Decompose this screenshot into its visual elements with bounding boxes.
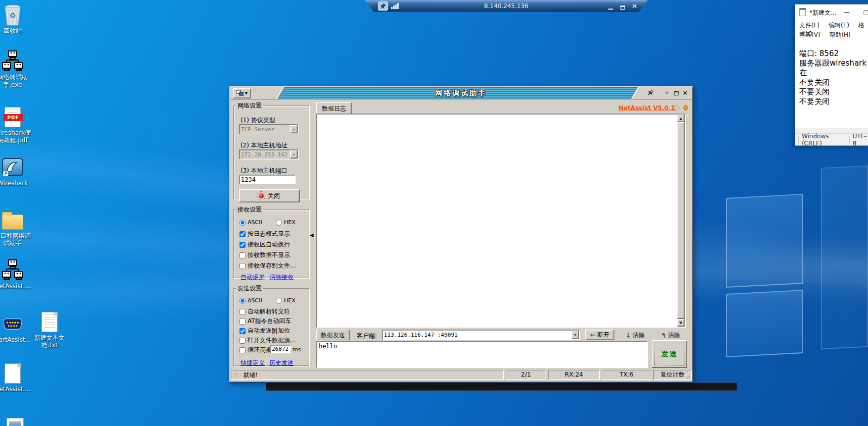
status-counter: 2/1	[506, 370, 546, 380]
scroll-thumb[interactable]	[677, 122, 685, 319]
data-log-area[interactable]: ▲ ▼	[316, 114, 686, 328]
notepad-status-bar: Windows (CRLF) UTF-8	[795, 133, 868, 145]
status-rx: RX:24	[548, 370, 600, 380]
version-link[interactable]: NetAssist V5.0.1	[618, 104, 675, 112]
shield-icon[interactable]	[673, 104, 681, 112]
send-option-at-cr[interactable]: AT指令自动回车	[239, 317, 292, 326]
wallpaper-window-pane	[726, 290, 803, 357]
rdp-minimize-button[interactable]	[605, 2, 615, 10]
rdp-close-button[interactable]: ×	[630, 2, 640, 10]
host-select[interactable]: 172.28.253.162 ▼	[239, 149, 299, 159]
down-arrow-icon: ↓	[625, 332, 631, 339]
status-ready: ☞ 就绪!	[231, 370, 504, 380]
maximize-button[interactable]	[672, 89, 680, 97]
pin-icon[interactable]	[647, 89, 655, 97]
chevron-down-icon[interactable]: ▼	[290, 150, 298, 158]
group-title: 网络设置	[236, 101, 263, 110]
icon-label: 回收站	[0, 27, 33, 35]
chevron-down-icon[interactable]: ▼	[290, 125, 298, 133]
image-file-icon	[4, 417, 26, 426]
send-hex-radio[interactable]: HEX	[276, 297, 296, 304]
status-bar: ☞ 就绪! 2/1 RX:24 TX:6 复位计数	[231, 370, 691, 380]
window-title: 网络调试助手	[230, 89, 692, 98]
recv-option-log-mode[interactable]: 按日志模式显示	[239, 230, 290, 238]
notepad-maximize-button[interactable]: ▢	[859, 7, 868, 18]
disconnect-button[interactable]: ← 断开	[585, 330, 614, 340]
desktop-icon-serial-folder[interactable]: 串口和网络调 试助手	[2, 209, 24, 231]
desktop-icon-netassist-shortcut[interactable]: NetAssist....	[2, 259, 24, 282]
auto-scroll-link[interactable]: 自动滚屏	[240, 273, 265, 282]
title-bar[interactable]: 网络调试助手 ▼ – ×	[230, 87, 692, 100]
wallpaper-window-pane	[726, 194, 803, 288]
wallpaper-window-pane	[821, 166, 868, 350]
notepad-minimize-button[interactable]: —	[840, 7, 854, 18]
desktop-icon-uartassist[interactable]: UartAssist...	[2, 313, 24, 335]
resize-grip[interactable]	[684, 372, 690, 379]
rdp-connection-bar[interactable]: 8.140.245.136 ×	[365, 0, 648, 12]
menu-file[interactable]: 文件(F)	[799, 22, 819, 29]
clear-receive-link[interactable]: 清除接收	[269, 273, 294, 282]
minimize-button[interactable]: –	[663, 89, 671, 97]
bell-icon[interactable]	[682, 104, 690, 112]
status-tx: TX:6	[602, 370, 651, 380]
icon-label: Wireshark	[0, 180, 33, 187]
port-input[interactable]	[239, 175, 296, 184]
panel-collapse-arrow[interactable]: ◀	[310, 230, 316, 241]
icon-label: 新建文本文 档.txt	[29, 334, 70, 349]
scroll-up-icon[interactable]: ▲	[677, 115, 685, 122]
menu-help[interactable]: 帮助(H)	[829, 31, 850, 38]
clear-send-button[interactable]: ↓ 清除	[625, 331, 645, 340]
receive-settings-group: 接收设置 ASCII HEX 按日志模式显示 接收区自动换行 接收数据不显示	[233, 205, 309, 278]
send-option-append[interactable]: 自动发送附加位	[239, 327, 290, 335]
icon-label: NetAssist....	[0, 283, 33, 290]
serial-connector-icon	[2, 313, 24, 335]
left-arrow-icon: ←	[590, 331, 596, 339]
shortcut-define-link[interactable]: 快捷定义	[240, 359, 265, 367]
desktop-icon-recycle-bin[interactable]: ♻ 回收站	[2, 4, 24, 26]
tab-data-log[interactable]: 数据日志	[316, 102, 352, 114]
send-option-escape[interactable]: 自动解析转义符	[239, 307, 290, 316]
desktop-icon-wireshark[interactable]: Wireshark	[2, 156, 24, 179]
scroll-down-icon[interactable]: ▼	[677, 319, 685, 327]
send-ascii-radio[interactable]: ASCII	[239, 297, 262, 304]
client-select[interactable]: 113.126.116.147 :49091 ▼	[382, 330, 580, 340]
protocol-select[interactable]: TCP Server ▼	[239, 124, 299, 134]
history-send-link[interactable]: 历史发送	[269, 359, 294, 367]
system-menu-button[interactable]: ▼	[233, 88, 251, 98]
recv-ascii-radio[interactable]: ASCII	[239, 219, 262, 226]
tab-data-send[interactable]: 数据发送	[316, 330, 350, 340]
wireshark-icon	[2, 156, 24, 179]
desktop-icon-netassist-doc[interactable]: NetAssist....	[2, 362, 24, 385]
clear-receive-button[interactable]: ↰ 清除	[661, 331, 680, 340]
close-button[interactable]: ×	[681, 89, 689, 97]
recv-option-save-file[interactable]: 接收保存到文件...	[239, 261, 296, 270]
up-bend-arrow-icon: ↰	[661, 332, 666, 339]
recv-hex-radio[interactable]: HEX	[276, 219, 296, 226]
host-label: (2) 本地主机地址	[240, 141, 287, 150]
send-button[interactable]: 发送	[652, 340, 687, 368]
send-text-input[interactable]: hello	[316, 341, 648, 368]
desktop-icon-new-text-doc[interactable]: 新建文本文 档.txt	[38, 311, 61, 333]
recv-option-hide-data[interactable]: 接收数据不显示	[239, 251, 290, 259]
recv-option-wrap[interactable]: 接收区自动换行	[239, 240, 290, 249]
network-nodes-icon	[2, 50, 24, 73]
send-option-file-source[interactable]: 打开文件数据源...	[239, 336, 296, 345]
log-scrollbar[interactable]: ▲ ▼	[677, 115, 685, 327]
desktop-icon-wireshark-pdf[interactable]: PDF Wireshark便 用教程.pdf	[2, 106, 24, 128]
chevron-down-icon[interactable]: ▼	[571, 331, 579, 339]
notepad-window: *新建文... — ▢ 文件(F) 编辑(E) 格式(O 查看(V) 帮助(H)…	[795, 4, 868, 146]
desktop-icon-partial[interactable]	[4, 417, 26, 426]
pointing-hand-icon: ☞	[233, 371, 239, 379]
red-status-icon	[259, 193, 264, 198]
app-icon	[236, 90, 244, 96]
rdp-restore-button[interactable]	[617, 2, 628, 10]
notepad-title-bar[interactable]: *新建文... — ▢	[795, 5, 868, 20]
notepad-text[interactable]: 端口: 8562 服务器跟wireshark在 不要关闭 不要关闭 不要关闭	[799, 49, 868, 107]
menu-edit[interactable]: 编辑(E)	[829, 22, 849, 29]
desktop-icon-netassist-exe[interactable]: 网络调试助 手.exe	[2, 50, 24, 73]
menu-view[interactable]: 查看(V)	[799, 31, 821, 38]
send-option-cycle[interactable]: 循环周期	[239, 346, 272, 354]
client-label: 客户端:	[357, 332, 377, 340]
close-connection-button[interactable]: 关闭	[239, 189, 300, 202]
cycle-period-input[interactable]	[270, 345, 291, 353]
